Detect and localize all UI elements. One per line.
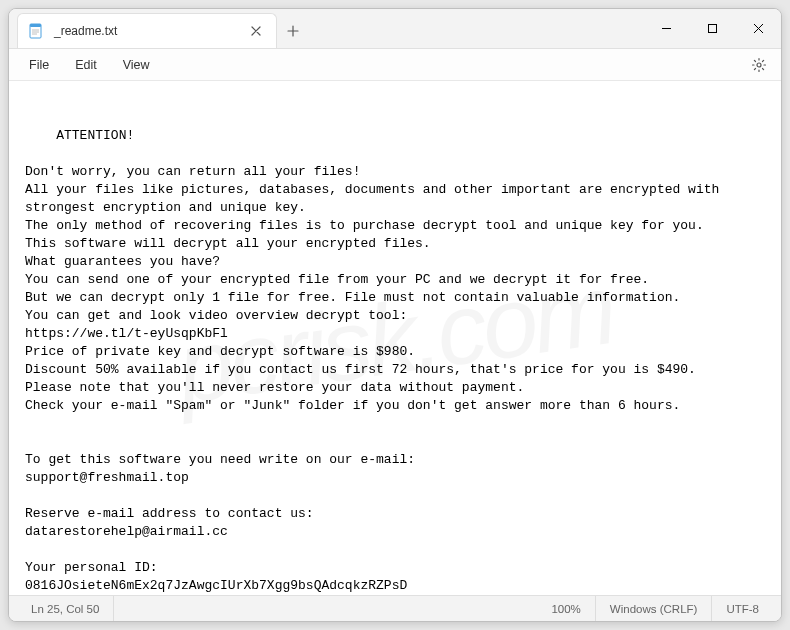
menu-edit[interactable]: Edit — [63, 54, 109, 76]
tab-active[interactable]: _readme.txt — [17, 13, 277, 48]
menubar: File Edit View — [9, 49, 781, 81]
minimize-button[interactable] — [643, 9, 689, 48]
maximize-button[interactable] — [689, 9, 735, 48]
document-text: ATTENTION! Don't worry, you can return a… — [25, 128, 727, 593]
status-zoom[interactable]: 100% — [537, 596, 595, 621]
statusbar: Ln 25, Col 50 100% Windows (CRLF) UTF-8 — [9, 595, 781, 621]
tab-close-button[interactable] — [246, 21, 266, 41]
titlebar-drag-area[interactable] — [309, 9, 643, 48]
settings-button[interactable] — [745, 51, 773, 79]
tab-title: _readme.txt — [54, 24, 236, 38]
notepad-window: _readme.txt File Edit View — [8, 8, 782, 622]
status-cursor: Ln 25, Col 50 — [17, 596, 114, 621]
titlebar: _readme.txt — [9, 9, 781, 49]
status-line-ending[interactable]: Windows (CRLF) — [596, 596, 713, 621]
close-window-button[interactable] — [735, 9, 781, 48]
notepad-icon — [28, 23, 44, 39]
svg-rect-1 — [30, 24, 41, 27]
new-tab-button[interactable] — [277, 13, 309, 48]
status-encoding[interactable]: UTF-8 — [712, 596, 773, 621]
svg-point-6 — [757, 63, 761, 67]
window-controls — [643, 9, 781, 48]
svg-rect-5 — [708, 25, 716, 33]
menu-view[interactable]: View — [111, 54, 162, 76]
menu-file[interactable]: File — [17, 54, 61, 76]
gear-icon — [751, 57, 767, 73]
text-editor-area[interactable]: pcrisk.com ATTENTION! Don't worry, you c… — [9, 81, 781, 595]
